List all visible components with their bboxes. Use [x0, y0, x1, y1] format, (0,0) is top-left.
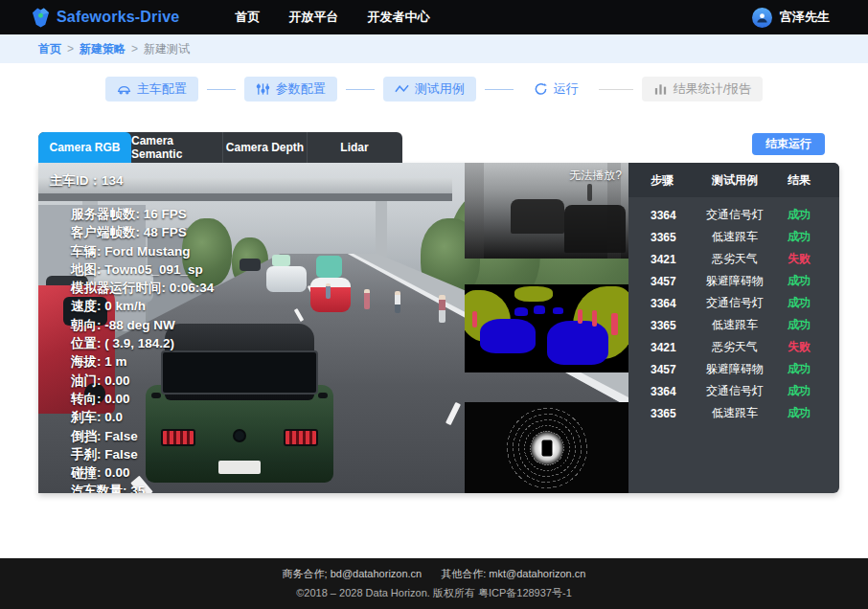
col-result: 结果 [782, 172, 839, 189]
hud-reverse: 倒挡: False [71, 427, 214, 445]
camera-rgb-view: 主车ID：134 服务器帧数: 16 FPS 客户端帧数: 48 FPS 车辆:… [38, 163, 628, 493]
scene-pedestrian [326, 283, 331, 299]
step-results-report[interactable]: 结果统计/报告 [642, 77, 764, 102]
footer-copyright: ©2018 – 2028 Data Horizon. 版权所有 粤ICP备128… [296, 586, 572, 600]
table-row: 3365 低速跟车 成功 [628, 402, 839, 424]
footer-other-contact: 其他合作: mkt@datahorizon.cn [441, 567, 585, 581]
scene-car [240, 259, 261, 271]
results-table: 步骤 测试用例 结果 3364 交通信号灯 成功 3365 低速跟车 成功 34… [628, 163, 839, 493]
scene-van [316, 256, 342, 278]
breadcrumb-separator: > [67, 42, 74, 56]
cell-test-case: 交通信号灯 [688, 207, 782, 223]
top-navbar: Safeworks-Drive 首页 开放平台 开发者中心 宫泽先生 [0, 0, 868, 34]
toolbar: Camera RGB Camera Semantic Camera Depth … [38, 132, 839, 163]
unplayable-hint: 无法播放? [569, 168, 622, 184]
cell-step: 3364 [628, 209, 688, 222]
hud-altitude: 海拔: 1 m [71, 352, 214, 371]
end-run-button[interactable]: 结束运行 [752, 133, 825, 155]
tab-camera-depth[interactable]: Camera Depth [223, 132, 308, 163]
tab-camera-semantic[interactable]: Camera Semantic [131, 132, 223, 163]
hud-brake: 刹车: 0.0 [71, 408, 214, 426]
hud-map: 地图: Town05_091_sp [71, 260, 214, 279]
breadcrumb-new-strategy[interactable]: 新建策略 [80, 41, 126, 57]
step-test-cases[interactable]: 测试用例 [383, 77, 476, 102]
cell-result: 失败 [782, 339, 839, 355]
cell-step: 3457 [628, 363, 688, 376]
table-row: 3457 躲避障碍物 成功 [628, 270, 839, 292]
cell-test-case: 恶劣天气 [688, 339, 782, 355]
nav-item-open-platform[interactable]: 开放平台 [288, 9, 338, 26]
table-row: 3421 恶劣天气 失败 [628, 248, 839, 270]
hud-sim-time: 模拟器运行时间: 0:06:34 [71, 279, 214, 297]
step-label: 运行 [554, 80, 579, 98]
table-row: 3421 恶劣天气 失败 [628, 336, 839, 358]
cell-result: 成功 [782, 229, 839, 245]
breadcrumb-current: 新建测试 [144, 41, 190, 57]
col-step: 步骤 [628, 172, 688, 189]
table-row: 3457 躲避障碍物 成功 [628, 358, 839, 380]
bar-chart-icon [653, 82, 668, 96]
scene-pedestrian [364, 289, 370, 309]
cell-test-case: 低速跟车 [688, 229, 782, 245]
wave-chart-icon [395, 82, 409, 96]
telemetry-hud: 主车ID：134 服务器帧数: 16 FPS 客户端帧数: 48 FPS 车辆:… [50, 172, 214, 493]
tab-camera-rgb[interactable]: Camera RGB [38, 132, 131, 163]
step-connector [485, 89, 514, 90]
hud-server-fps: 服务器帧数: 16 FPS [71, 205, 214, 223]
scene-pedestrian [395, 291, 400, 313]
cell-result: 成功 [782, 383, 839, 399]
cell-step: 3421 [628, 253, 688, 266]
step-run[interactable]: 运行 [522, 77, 590, 102]
table-row: 3365 低速跟车 成功 [628, 226, 839, 248]
cell-result: 成功 [782, 317, 839, 333]
scene-car [310, 278, 351, 312]
hud-vehicle-count: 汽车数量: 35 [71, 482, 214, 493]
cell-result: 成功 [782, 405, 839, 421]
scene-pedestrian [439, 295, 445, 323]
cell-test-case: 躲避障碍物 [688, 273, 782, 289]
step-vehicle-config[interactable]: 主车配置 [105, 77, 198, 102]
nav-item-home[interactable]: 首页 [235, 9, 260, 26]
cell-test-case: 交通信号灯 [688, 295, 782, 311]
results-table-header: 步骤 测试用例 结果 [628, 163, 839, 197]
user-avatar-icon [752, 8, 772, 28]
brand[interactable]: Safeworks-Drive [32, 8, 179, 28]
brand-name: Safeworks-Drive [57, 9, 179, 26]
lidar-view [465, 402, 628, 493]
hud-speed: 速度: 0 km/h [71, 297, 214, 315]
brand-pin-icon [32, 8, 50, 28]
breadcrumb: 首页 > 新建策略 > 新建测试 [0, 34, 868, 63]
telemetry-lines: 服务器帧数: 16 FPS 客户端帧数: 48 FPS 车辆: Ford Mus… [71, 205, 214, 493]
cell-result: 失败 [782, 251, 839, 267]
depth-camera-view: 无法播放? [465, 163, 628, 259]
cell-result: 成功 [782, 361, 839, 377]
hud-throttle: 油门: 0.00 [71, 372, 214, 390]
cell-step: 3421 [628, 341, 688, 354]
semantic-camera-view [465, 284, 628, 372]
hud-handbrake: 手刹: False [71, 445, 214, 463]
cell-step: 3364 [628, 385, 688, 398]
step-connector [599, 89, 633, 90]
breadcrumb-home[interactable]: 首页 [38, 41, 61, 57]
cell-result: 成功 [782, 295, 839, 311]
wizard-steps: 主车配置 参数配置 测试用例 运行 [0, 75, 868, 103]
scene-car [266, 266, 307, 292]
step-connector [207, 89, 236, 90]
step-param-config[interactable]: 参数配置 [244, 77, 337, 102]
cell-step: 3365 [628, 319, 688, 332]
results-table-body: 3364 交通信号灯 成功 3365 低速跟车 成功 3421 恶劣天气 失败 … [628, 197, 839, 424]
table-row: 3364 交通信号灯 成功 [628, 380, 839, 402]
step-label: 参数配置 [276, 80, 326, 98]
page-footer: 商务合作; bd@datahorizon.cn 其他合作: mkt@dataho… [0, 558, 868, 609]
nav-item-developer-center[interactable]: 开发者中心 [367, 9, 429, 26]
car-icon [117, 82, 131, 96]
cell-test-case: 低速跟车 [688, 405, 782, 421]
tab-lidar[interactable]: Lidar [308, 132, 401, 163]
step-label: 结果统计/报告 [674, 80, 752, 98]
camera-tabbar: Camera RGB Camera Semantic Camera Depth … [38, 132, 402, 163]
sliders-icon [256, 82, 270, 96]
step-label: 测试用例 [415, 80, 465, 98]
user-menu[interactable]: 宫泽先生 [752, 8, 830, 28]
cell-test-case: 恶劣天气 [688, 251, 782, 267]
cell-step: 3365 [628, 407, 688, 420]
